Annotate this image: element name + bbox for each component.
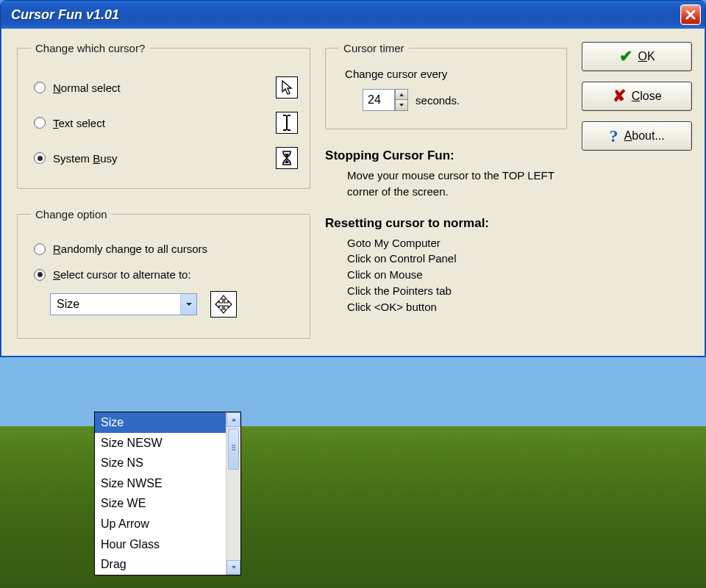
timer-spinner[interactable] xyxy=(363,89,408,111)
radio-label: Randomly change to all cursors xyxy=(53,243,207,255)
reset-line: Click <OK> button xyxy=(347,299,567,315)
radio-random-change[interactable]: Randomly change to all cursors xyxy=(34,243,298,255)
radio-icon xyxy=(34,152,46,164)
scroll-up-button[interactable] xyxy=(227,412,240,427)
group-change-option-legend: Change option xyxy=(31,208,112,220)
info-text: Stopping Cursor Fun: Move your mouse cur… xyxy=(325,148,567,315)
stop-body: Move your mouse cursor to the TOP LEFT c… xyxy=(347,168,567,200)
list-item[interactable]: Drag xyxy=(95,554,226,575)
button-label: OK xyxy=(638,50,655,63)
listbox-scrollbar[interactable] xyxy=(226,412,240,575)
radio-system-busy[interactable]: System Busy xyxy=(34,147,298,169)
reset-line: Click on Control Panel xyxy=(347,251,567,267)
arrow-cursor-icon xyxy=(276,76,298,98)
reset-line: Goto My Computer xyxy=(347,235,567,251)
group-cursor-timer: Cursor timer Change cursor every xyxy=(325,42,567,129)
list-item[interactable]: Up Arrow xyxy=(95,514,226,534)
question-icon: ? xyxy=(610,126,618,146)
cursor-combo-listbox[interactable]: Size Size NESW Size NS Size NWSE Size WE… xyxy=(94,412,241,576)
button-label: About... xyxy=(624,129,665,143)
group-change-option: Change option Randomly change to all cur… xyxy=(17,208,310,339)
reset-line: Click the Pointers tab xyxy=(347,283,567,299)
window-title: Cursor Fun v1.01 xyxy=(11,7,119,23)
client-area: Change which cursor? Normal select Text … xyxy=(1,29,705,356)
chevron-down-icon xyxy=(180,294,196,315)
about-button[interactable]: ? About... xyxy=(582,121,692,151)
reset-body: Goto My Computer Click on Control Panel … xyxy=(347,235,567,315)
group-cursor-timer-legend: Cursor timer xyxy=(339,42,409,54)
scroll-thumb[interactable] xyxy=(228,429,239,470)
group-change-cursor-legend: Change which cursor? xyxy=(31,42,149,54)
reset-line: Click on Mouse xyxy=(347,267,567,283)
ibeam-cursor-icon xyxy=(276,112,298,134)
radio-normal-select[interactable]: Normal select xyxy=(34,76,298,98)
window-close-button[interactable] xyxy=(680,4,701,25)
list-item[interactable]: Size xyxy=(95,412,226,433)
app-window: Cursor Fun v1.01 Change which cursor? No… xyxy=(0,0,706,357)
stop-heading: Stopping Cursor Fun: xyxy=(325,148,567,163)
radio-label: System Busy xyxy=(53,152,118,165)
list-item[interactable]: Hour Glass xyxy=(95,534,226,555)
x-icon: ✘ xyxy=(613,87,626,106)
desktop-background: Cursor Fun v1.01 Change which cursor? No… xyxy=(0,0,706,588)
titlebar[interactable]: Cursor Fun v1.01 xyxy=(1,1,705,29)
ok-button[interactable]: ✔ OK xyxy=(582,42,692,71)
scroll-down-button[interactable] xyxy=(227,560,240,575)
list-item[interactable]: Size NWSE xyxy=(95,473,226,494)
cursor-combo[interactable]: Size xyxy=(50,293,197,315)
close-button[interactable]: ✘ Close xyxy=(582,82,692,111)
close-icon xyxy=(685,10,696,20)
radio-icon xyxy=(34,117,46,129)
scroll-track[interactable] xyxy=(227,471,240,560)
button-label: Close xyxy=(632,90,662,103)
spin-down-button[interactable] xyxy=(395,100,408,111)
radio-label: Select cursor to alternate to: xyxy=(53,268,191,281)
list-item[interactable]: Size WE xyxy=(95,493,226,514)
hourglass-cursor-icon xyxy=(276,147,298,169)
group-change-cursor: Change which cursor? Normal select Text … xyxy=(17,42,310,189)
radio-text-select[interactable]: Text select xyxy=(34,112,298,134)
combo-value: Size xyxy=(57,298,79,311)
timer-unit: seconds. xyxy=(416,94,460,107)
radio-icon xyxy=(34,243,46,255)
check-icon: ✔ xyxy=(619,47,632,66)
radio-select-alternate[interactable]: Select cursor to alternate to: xyxy=(34,268,298,281)
radio-label: Text select xyxy=(53,117,105,129)
move-cursor-icon xyxy=(210,291,237,318)
list-item[interactable]: Size NS xyxy=(95,453,226,473)
radio-label: Normal select xyxy=(53,82,121,94)
timer-prompt: Change cursor every xyxy=(345,68,553,80)
spin-up-button[interactable] xyxy=(395,89,408,100)
timer-input[interactable] xyxy=(363,89,395,111)
list-item[interactable]: Size NESW xyxy=(95,433,226,453)
reset-heading: Resetting cursor to normal: xyxy=(325,216,567,231)
radio-icon xyxy=(34,269,46,281)
radio-icon xyxy=(34,82,46,93)
